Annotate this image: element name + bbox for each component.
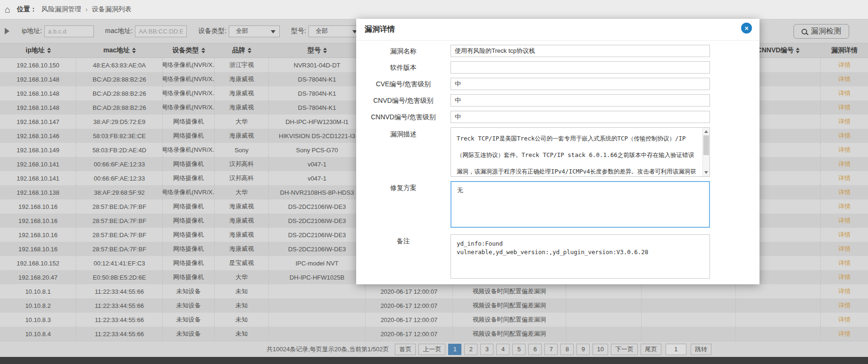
table-cell: 网络摄像机 xyxy=(163,214,215,228)
detail-link[interactable]: 详情 xyxy=(838,315,851,324)
detail-link[interactable]: 详情 xyxy=(838,202,851,211)
column-header-label: ip地址 xyxy=(25,46,44,55)
detail-link[interactable]: 详情 xyxy=(838,75,851,83)
page-number-button-4[interactable]: 4 xyxy=(496,344,509,355)
table-cell: 星宝威视 xyxy=(215,256,269,270)
page-number-button-5[interactable]: 5 xyxy=(512,344,526,355)
sort-icon[interactable] xyxy=(47,48,51,53)
table-cell xyxy=(566,298,642,313)
detail-link[interactable]: 详情 xyxy=(838,61,851,69)
detail-link[interactable]: 详情 xyxy=(838,89,851,98)
cell-detail: 详情 xyxy=(821,86,868,100)
sort-icon[interactable] xyxy=(323,48,327,53)
cve-input[interactable] xyxy=(451,78,710,90)
breadcrumb-item-risk-management[interactable]: 风险漏洞管理 xyxy=(42,5,81,14)
detail-link[interactable]: 详情 xyxy=(838,216,851,225)
table-cell: 00:66:6F:AE:12:33 xyxy=(76,157,163,171)
page-number-button-6[interactable]: 6 xyxy=(528,344,542,355)
detail-link[interactable]: 详情 xyxy=(838,117,851,126)
table-cell xyxy=(642,298,736,313)
table-cell: DH-NVR2108HS-8P-HDS3 xyxy=(269,185,366,199)
column-header-label: mac地址 xyxy=(103,46,130,55)
scroll-down-icon[interactable] xyxy=(704,171,708,174)
column-header-2[interactable]: mac地址 xyxy=(76,43,163,58)
table-cell: 未知设备 xyxy=(163,284,215,298)
page-number-button-9[interactable]: 9 xyxy=(576,344,590,355)
cnnvd-input[interactable] xyxy=(451,111,710,123)
note-textarea[interactable]: yd_info:Found vulnerable,yd_web_version:… xyxy=(451,234,710,279)
table-cell: 大华 xyxy=(215,185,269,199)
description-textarea[interactable]: Treck TCP/IP是美国Treck公司的一套专用于嵌入式系统的TCP（传输… xyxy=(451,127,710,177)
scroll-thumb[interactable] xyxy=(703,135,709,155)
cell-detail: 详情 xyxy=(821,284,868,298)
detail-link[interactable]: 详情 xyxy=(838,188,851,197)
page-jump-button[interactable]: 跳转 xyxy=(691,344,711,355)
sort-icon[interactable] xyxy=(201,48,205,53)
page-first-button[interactable]: 首页 xyxy=(395,344,416,355)
table-cell: 海康威视 xyxy=(215,129,269,143)
page-last-button[interactable]: 尾页 xyxy=(641,344,661,355)
scrollbar[interactable] xyxy=(702,128,709,176)
column-header-1[interactable]: ip地址 xyxy=(0,43,76,58)
page-number-button-8[interactable]: 8 xyxy=(560,344,574,355)
page-number-button-7[interactable]: 7 xyxy=(544,344,558,355)
close-icon[interactable]: × xyxy=(741,23,752,33)
scroll-up-icon[interactable] xyxy=(704,130,708,133)
table-cell: IPC-model NVT xyxy=(269,256,366,270)
table-cell: 11:22:33:44:55:66 xyxy=(76,298,163,313)
cell-detail: 详情 xyxy=(821,313,868,327)
column-header-11: 漏洞详情 xyxy=(821,43,868,58)
collapse-panel-icon[interactable] xyxy=(5,28,9,34)
cnvd-input[interactable] xyxy=(451,94,710,107)
fix-plan-textarea[interactable]: 无 xyxy=(451,181,710,228)
table-cell: 未知设备 xyxy=(163,327,215,341)
page-number-button-1[interactable]: 1 xyxy=(448,344,461,355)
page-prev-button[interactable]: 上一页 xyxy=(418,344,445,355)
detail-link[interactable]: 详情 xyxy=(838,245,851,253)
device-type-select[interactable]: 全部 xyxy=(229,25,280,37)
detail-link[interactable]: 详情 xyxy=(838,330,851,338)
detail-link[interactable]: 详情 xyxy=(838,174,851,182)
page-number-button-3[interactable]: 3 xyxy=(480,344,493,355)
detail-link[interactable]: 详情 xyxy=(838,103,851,112)
home-icon[interactable]: ⌂ xyxy=(5,5,10,14)
column-header-4[interactable]: 品牌 xyxy=(215,43,269,58)
detail-link[interactable]: 详情 xyxy=(838,259,851,267)
detail-link[interactable]: 详情 xyxy=(838,301,851,310)
table-cell: 视频设备时间配置偏差漏洞 xyxy=(453,298,566,313)
table-cell: 28:57:BE:DA:7F:BF xyxy=(76,228,163,242)
table-cell: 11:22:33:44:55:66 xyxy=(76,327,163,341)
page-number-button-10[interactable]: 10 xyxy=(593,344,608,355)
ip-input[interactable] xyxy=(44,25,94,37)
detail-link[interactable]: 详情 xyxy=(838,273,851,281)
sort-icon[interactable] xyxy=(796,48,800,53)
column-header-5[interactable]: 型号 xyxy=(269,43,366,58)
software-version-input[interactable] xyxy=(451,61,710,74)
detail-link[interactable]: 详情 xyxy=(838,160,851,168)
sort-icon[interactable] xyxy=(132,48,136,53)
description-text: Treck TCP/IP是美国Treck公司的一套专用于嵌入式系统的TCP（传输… xyxy=(451,128,709,177)
model-select[interactable]: 全部 xyxy=(309,25,361,37)
table-cell: DH-IPC-HFW1230M-I1 xyxy=(269,115,366,129)
page-next-button[interactable]: 下一页 xyxy=(611,344,638,355)
detail-link[interactable]: 详情 xyxy=(838,132,851,140)
page-jump-input[interactable] xyxy=(666,344,686,355)
cve-label: CVE编号/危害级别 xyxy=(356,78,451,90)
page-number-button-2[interactable]: 2 xyxy=(464,344,477,355)
table-cell: 网络摄像机 xyxy=(163,115,215,129)
detail-link[interactable]: 详情 xyxy=(838,287,851,296)
table-cell xyxy=(269,327,366,341)
vuln-scan-button[interactable]: 漏洞检测 xyxy=(793,24,849,39)
modal-title: 漏洞详情 xyxy=(365,25,395,34)
mac-input[interactable] xyxy=(135,25,187,37)
filter-device-type: 设备类型: 全部 xyxy=(198,25,280,37)
table-cell: 10.10.8.3 xyxy=(0,313,76,327)
sort-icon[interactable] xyxy=(248,48,251,53)
detail-link[interactable]: 详情 xyxy=(838,146,851,154)
search-icon xyxy=(801,29,807,34)
column-header-3[interactable]: 设备类型 xyxy=(163,43,215,58)
table-cell: DS-2DC2106IW-DE3 xyxy=(269,228,366,242)
cell-detail: 详情 xyxy=(821,228,868,242)
vuln-name-input[interactable] xyxy=(451,45,710,57)
detail-link[interactable]: 详情 xyxy=(838,231,851,239)
